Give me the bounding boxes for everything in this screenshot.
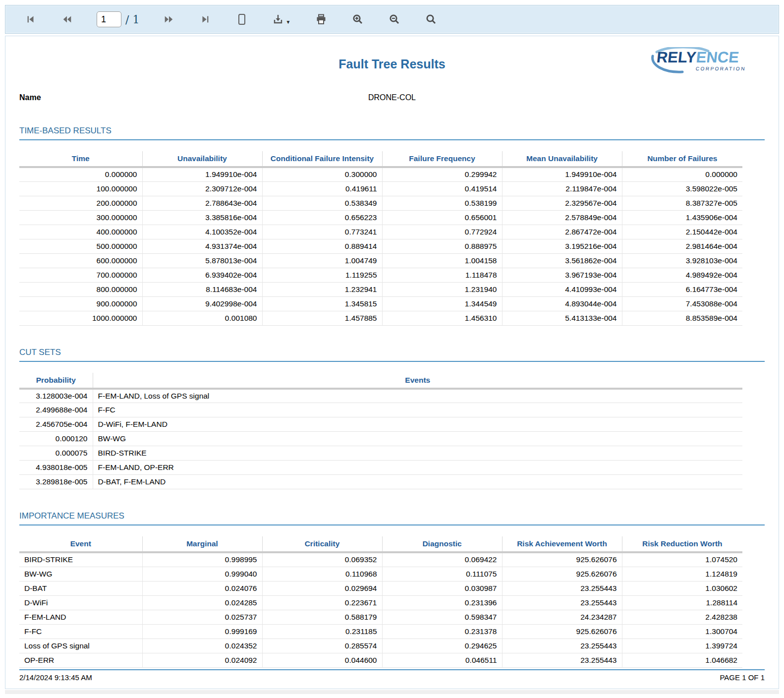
- cell: 1.030602: [622, 581, 742, 595]
- next-page-icon[interactable]: [161, 12, 176, 27]
- cell: 0.538349: [262, 196, 382, 210]
- cut-sets-table: ProbabilityEvents 3.128003e-004F-EM-LAND…: [19, 373, 742, 490]
- cell: 0.656001: [382, 210, 502, 225]
- cell: 3.289818e-005: [19, 475, 93, 489]
- cell: 0.000120: [19, 432, 93, 446]
- cell: 0.223671: [262, 595, 382, 610]
- cell: 1.004749: [262, 253, 382, 268]
- page-number-input[interactable]: [97, 11, 121, 27]
- table-row: 100.0000002.309712e-0040.4196110.4195142…: [19, 181, 742, 196]
- cell: 900.000000: [19, 296, 142, 311]
- table-row: 800.0000008.114683e-0041.2329411.2319404…: [19, 282, 742, 296]
- table-row: 1000.0000000.0010801.4578851.4563105.413…: [19, 311, 742, 325]
- table-row: 3.128003e-004F-EM-LAND, Loss of GPS sign…: [19, 389, 742, 403]
- cell: 500.000000: [19, 239, 142, 253]
- cell: 0.299942: [382, 167, 502, 181]
- cell: 200.000000: [19, 196, 142, 210]
- cell: 8.387327e-005: [622, 196, 742, 210]
- section-heading-time-based: TIME-BASED RESULTS: [19, 126, 765, 140]
- zoom-out-icon[interactable]: [387, 12, 402, 27]
- cell: 1.288114: [622, 595, 742, 610]
- cell: 600.000000: [19, 253, 142, 268]
- table-row: 0.000075BIRD-STRIKE: [19, 446, 742, 461]
- cell: 3.195216e-004: [502, 239, 622, 253]
- logo-subtitle: CORPORATION: [656, 66, 746, 71]
- cell: 2.499688e-004: [19, 403, 93, 417]
- cell: 2.867472e-004: [502, 225, 622, 239]
- first-page-icon[interactable]: [23, 12, 38, 27]
- cell: 23.255443: [502, 595, 622, 610]
- cell: 1.124819: [622, 567, 742, 581]
- column-header: Criticality: [262, 536, 382, 552]
- cell: 1.231940: [382, 282, 502, 296]
- cell: F-FC: [19, 624, 142, 639]
- download-menu-caret-icon[interactable]: ▼: [285, 19, 290, 25]
- section-heading-cut-sets: CUT SETS: [19, 348, 765, 362]
- cell: 800.000000: [19, 282, 142, 296]
- cell: 7.453088e-004: [622, 296, 742, 311]
- cell: 400.000000: [19, 225, 142, 239]
- cell: 4.931374e-004: [142, 239, 262, 253]
- footer-rule: [19, 669, 765, 673]
- cell: 0.046511: [382, 653, 502, 667]
- cell: 100.000000: [19, 181, 142, 196]
- cell: 3.561862e-004: [502, 253, 622, 268]
- single-page-view-icon[interactable]: [234, 12, 249, 27]
- cell: 0.294625: [382, 639, 502, 653]
- column-header: Failure Frequency: [382, 151, 502, 167]
- cell: 4.100352e-004: [142, 225, 262, 239]
- column-header: Mean Unavailability: [502, 151, 622, 167]
- header-row: EventMarginalCriticalityDiagnosticRisk A…: [19, 536, 742, 552]
- cell: 0.999040: [142, 567, 262, 581]
- previous-page-icon[interactable]: [60, 12, 75, 27]
- cell: BW-WG: [19, 567, 142, 581]
- name-row: Name DRONE-COL: [19, 93, 765, 104]
- cell: 8.114683e-004: [142, 282, 262, 296]
- search-icon[interactable]: [424, 12, 439, 27]
- cell: 0.419514: [382, 181, 502, 196]
- importance-measures-table: EventMarginalCriticalityDiagnosticRisk A…: [19, 536, 742, 668]
- cell: 1.345815: [262, 296, 382, 311]
- column-header: Events: [93, 373, 742, 389]
- table-row: 2.456705e-004D-WiFi, F-EM-LAND: [19, 417, 742, 432]
- footer-page-label: PAGE 1 OF 1: [720, 673, 765, 682]
- cell: 0.231185: [262, 624, 382, 639]
- column-header: Marginal: [142, 536, 262, 552]
- cell: D-BAT, F-EM-LAND: [93, 475, 742, 489]
- cell: 1.119255: [262, 268, 382, 282]
- cell: 1.949910e-004: [142, 167, 262, 181]
- cell: 1.456310: [382, 311, 502, 325]
- cell: 0.111075: [382, 567, 502, 581]
- viewer-bottom-strip: [5, 690, 779, 694]
- cell: 3.928103e-004: [622, 253, 742, 268]
- cell: D-WiFi, F-EM-LAND: [93, 417, 742, 432]
- column-header: Unavailability: [142, 151, 262, 167]
- download-icon[interactable]: ▼: [271, 12, 292, 27]
- print-icon[interactable]: [314, 12, 329, 27]
- cell: 0.772924: [382, 225, 502, 239]
- last-page-icon[interactable]: [198, 12, 213, 27]
- cell: 0.069422: [382, 552, 502, 567]
- cell: 0.588179: [262, 610, 382, 624]
- zoom-in-icon[interactable]: [350, 12, 365, 27]
- cell: 0.598347: [382, 610, 502, 624]
- logo-wordmark: RELYENCE: [656, 50, 746, 65]
- table-row: 300.0000003.385816e-0040.6562230.6560012…: [19, 210, 742, 225]
- table-row: Loss of GPS signal0.0243520.2855740.2946…: [19, 639, 742, 653]
- footer-timestamp: 2/14/2024 9:13:45 AM: [19, 673, 92, 682]
- cell: BIRD-STRIKE: [93, 446, 742, 461]
- cell: 4.410993e-004: [502, 282, 622, 296]
- table-row: 400.0000004.100352e-0040.7732410.7729242…: [19, 225, 742, 239]
- cell: F-FC: [93, 403, 742, 417]
- cell: 0.000000: [622, 167, 742, 181]
- column-header: Time: [19, 151, 142, 167]
- table-row: BW-WG0.9990400.1109680.111075925.6260761…: [19, 567, 742, 581]
- cell: 0.000000: [19, 167, 142, 181]
- table-row: BIRD-STRIKE0.9989950.0693520.069422925.6…: [19, 552, 742, 567]
- table-row: 0.000120BW-WG: [19, 432, 742, 446]
- cell: 0.656223: [262, 210, 382, 225]
- cell: D-WiFi: [19, 595, 142, 610]
- cell: 3.385816e-004: [142, 210, 262, 225]
- cell: 0.024076: [142, 581, 262, 595]
- cell: 6.164773e-004: [622, 282, 742, 296]
